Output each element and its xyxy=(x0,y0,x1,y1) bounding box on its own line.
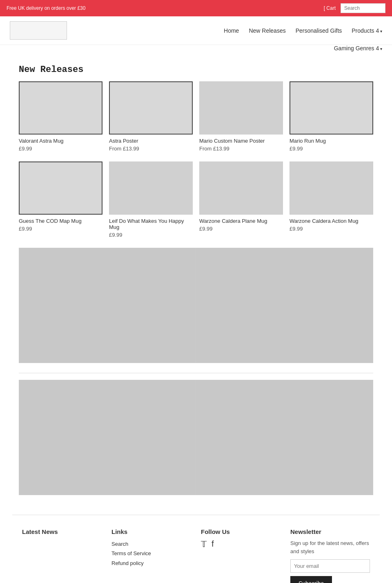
footer: Latest News Links Search Terms of Servic… xyxy=(12,515,380,583)
large-product-image-right[interactable] xyxy=(196,248,373,363)
footer-links-title: Links xyxy=(111,528,191,535)
product-image-5[interactable] xyxy=(19,161,102,215)
footer-grid: Latest News Links Search Terms of Servic… xyxy=(22,528,370,583)
product-card-2: Astra Poster From £13.99 xyxy=(109,81,193,152)
subscribe-button[interactable]: Subscribe xyxy=(290,576,332,583)
top-bar: Free UK delivery on orders over £30 [ Ca… xyxy=(0,0,392,16)
cart-link[interactable]: [ Cart xyxy=(324,5,336,11)
large-product-image-right-2[interactable] xyxy=(196,380,373,495)
footer-follow-title: Follow Us xyxy=(201,528,281,535)
product-name-1: Valorant Astra Mug xyxy=(19,138,102,144)
footer-links: Links Search Terms of Service Refund pol… xyxy=(111,528,191,583)
footer-newsletter-text: Sign up for the latest news, offers and … xyxy=(290,539,370,555)
top-bar-right: [ Cart xyxy=(324,3,385,13)
nav-home[interactable]: Home xyxy=(224,27,239,34)
product-image-8[interactable] xyxy=(290,161,373,215)
large-product-image-left[interactable] xyxy=(19,248,196,363)
products-row2: Guess The COD Map Mug £9.99 Leif Do What… xyxy=(19,161,373,238)
nav-new-releases[interactable]: New Releases xyxy=(249,27,285,34)
product-image-2[interactable] xyxy=(109,81,193,135)
nav-products[interactable]: Products 4 xyxy=(352,27,382,34)
product-name-4: Mario Run Mug xyxy=(290,138,373,144)
product-price-1: £9.99 xyxy=(19,146,102,152)
large-products xyxy=(19,248,373,363)
nav-gaming-genres[interactable]: Gaming Genres 4 xyxy=(334,45,382,52)
main-content: New Releases Valorant Astra Mug £9.99 As… xyxy=(12,55,380,515)
footer-newsletter-title: Newsletter xyxy=(290,528,370,535)
product-price-6: £9.99 xyxy=(109,232,193,238)
product-name-2: Astra Poster xyxy=(109,138,193,144)
product-price-3: From £13.99 xyxy=(199,146,283,152)
nav-row2: Gaming Genres 4 xyxy=(0,45,392,55)
search-input-top[interactable] xyxy=(341,3,385,13)
product-name-5: Guess The COD Map Mug xyxy=(19,218,102,224)
product-price-8: £9.99 xyxy=(290,226,373,232)
divider-1 xyxy=(19,373,373,373)
product-card-4: Mario Run Mug £9.99 xyxy=(290,81,373,152)
product-price-7: £9.99 xyxy=(199,226,283,232)
social-icons: 𝕋 f xyxy=(201,539,281,549)
product-card-8: Warzone Caldera Action Mug £9.99 xyxy=(290,161,373,238)
twitter-icon[interactable]: 𝕋 xyxy=(201,539,207,549)
footer-latest-news-title: Latest News xyxy=(22,528,102,535)
product-price-4: £9.99 xyxy=(290,146,373,152)
promo-text: Free UK delivery on orders over £30 xyxy=(7,5,85,11)
footer-newsletter: Newsletter Sign up for the latest news, … xyxy=(290,528,370,583)
product-card-6: Leif Do What Makes You Happy Mug £9.99 xyxy=(109,161,193,238)
product-image-3[interactable] xyxy=(199,81,283,135)
product-image-1[interactable] xyxy=(19,81,102,135)
nav-personalised-gifts[interactable]: Personalised Gifts xyxy=(296,27,342,34)
products-row1: Valorant Astra Mug £9.99 Astra Poster Fr… xyxy=(19,81,373,152)
footer-latest-news: Latest News xyxy=(22,528,102,583)
product-name-6: Leif Do What Makes You Happy Mug xyxy=(109,218,193,230)
product-card-3: Mario Custom Name Poster From £13.99 xyxy=(199,81,283,152)
footer-link-search[interactable]: Search xyxy=(111,539,191,549)
product-name-8: Warzone Caldera Action Mug xyxy=(290,218,373,224)
product-price-5: £9.99 xyxy=(19,226,102,232)
footer-link-refund[interactable]: Refund policy xyxy=(111,558,191,568)
product-image-4[interactable] xyxy=(290,81,373,135)
product-price-2: From £13.99 xyxy=(109,146,193,152)
product-name-3: Mario Custom Name Poster xyxy=(199,138,283,144)
footer-link-terms[interactable]: Terms of Service xyxy=(111,549,191,558)
product-card-1: Valorant Astra Mug £9.99 xyxy=(19,81,102,152)
section-title: New Releases xyxy=(19,65,373,75)
large-products-2 xyxy=(19,380,373,495)
large-product-image-left-2[interactable] xyxy=(19,380,196,495)
product-image-6[interactable] xyxy=(109,161,193,215)
footer-follow: Follow Us 𝕋 f xyxy=(201,528,281,583)
logo xyxy=(10,21,67,40)
product-card-5: Guess The COD Map Mug £9.99 xyxy=(19,161,102,238)
product-card-7: Warzone Caldera Plane Mug £9.99 xyxy=(199,161,283,238)
newsletter-email-input[interactable] xyxy=(290,559,370,573)
header: Home New Releases Personalised Gifts Pro… xyxy=(0,16,392,45)
facebook-icon[interactable]: f xyxy=(212,539,214,549)
product-name-7: Warzone Caldera Plane Mug xyxy=(199,218,283,224)
product-image-7[interactable] xyxy=(199,161,283,215)
main-nav: Home New Releases Personalised Gifts Pro… xyxy=(224,27,382,34)
